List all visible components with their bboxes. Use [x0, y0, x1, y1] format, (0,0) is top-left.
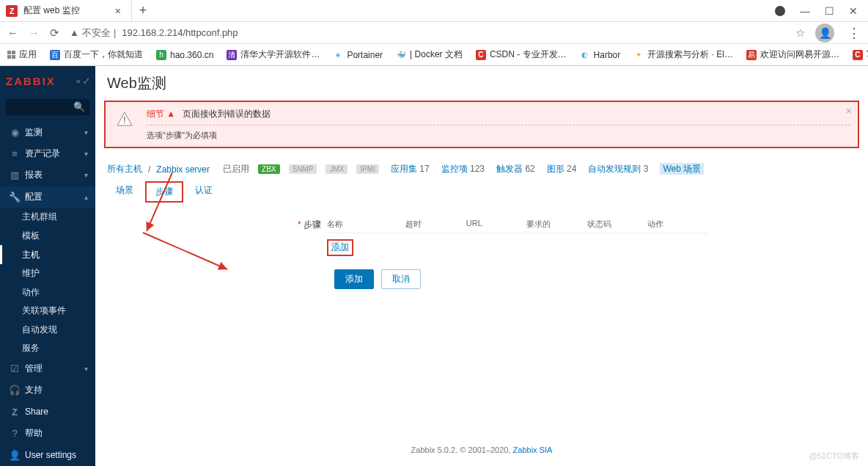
logo: ZABBIX	[6, 75, 56, 87]
url-text: 192.168.2.214/httpconf.php	[122, 27, 238, 38]
browser-tab-strip: Z 配置 web 监控 × + — ☐ ✕	[0, 0, 868, 22]
headset-icon: 🎧	[7, 385, 22, 396]
search-icon[interactable]: 🔍	[73, 101, 85, 112]
chart-icon: ▥	[7, 170, 22, 181]
chevron-down-icon: ▾	[84, 171, 88, 179]
steps-label: * 步骤	[107, 219, 327, 256]
tab-scenario[interactable]: 场景	[107, 181, 142, 203]
status-enabled: 已启用	[223, 163, 249, 175]
nav-back-icon[interactable]: ←	[7, 26, 18, 39]
bookmark-item[interactable]: hhao.360.cn	[156, 50, 213, 60]
add-step-link[interactable]: 添加	[327, 239, 353, 256]
bookmark-item[interactable]: 百百度一下，你就知道	[50, 48, 143, 61]
footer: Zabbix 5.0.2. © 2001–2020, Zabbix SIA	[107, 431, 856, 462]
col-action: 动作	[647, 219, 708, 230]
apps-icon	[7, 51, 15, 59]
link-items[interactable]: 监控项	[441, 164, 468, 174]
nav-item-share[interactable]: ZShare	[0, 401, 95, 423]
breadcrumb-all-hosts[interactable]: 所有主机	[107, 164, 142, 174]
chevron-up-icon: ▴	[84, 193, 88, 201]
sub-item-services[interactable]: 服务	[0, 339, 95, 358]
eye-icon: ◉	[7, 127, 22, 138]
badge-zbx: ZBX	[258, 164, 279, 174]
list-icon: ≡	[7, 148, 22, 159]
chevron-down-icon: ▾	[84, 150, 88, 158]
url-field[interactable]: ▲ 不安全 | 192.168.2.214/httpconf.php	[70, 26, 785, 40]
badge-snmp: SNMP	[289, 164, 317, 174]
nav-forward-icon[interactable]: →	[29, 26, 40, 39]
error-message: × ! 细节 ▲ 页面接收到错误的数据 选项"步骤"为必填项	[104, 101, 859, 148]
steps-table: 名称 超时 URL 要求的 状态码 动作 添加	[327, 219, 708, 256]
nav-item-admin[interactable]: ☑管理▾	[0, 358, 95, 379]
bookmark-star-icon[interactable]: ☆	[795, 26, 805, 40]
error-detail: 选项"步骤"为必填项	[147, 130, 850, 141]
sub-item-templates[interactable]: 模板	[0, 227, 95, 246]
window-maximize-icon[interactable]: ☐	[825, 5, 834, 17]
tab-steps[interactable]: 步骤	[145, 181, 183, 203]
address-bar: ← → ⟳ ▲ 不安全 | 192.168.2.214/httpconf.php…	[0, 22, 868, 44]
new-tab-button[interactable]: +	[132, 3, 154, 18]
nav-item-config[interactable]: 🔧配置▴	[0, 186, 95, 208]
tab-auth[interactable]: 认证	[186, 181, 221, 203]
apps-button[interactable]: 应用	[7, 48, 37, 61]
user-icon: 👤	[7, 450, 22, 461]
nav-item-usersettings[interactable]: 👤User settings	[0, 445, 95, 466]
sidebar-collapse-icon[interactable]: « ⤢	[76, 76, 89, 86]
nav-item-help[interactable]: ?帮助	[0, 423, 95, 444]
bookmark-item[interactable]: 清清华大学开源软件…	[227, 48, 320, 61]
error-title: 页面接收到错误的数据	[183, 109, 271, 119]
warning-icon: !	[113, 108, 136, 131]
wrench-icon: 🔧	[7, 192, 22, 203]
nav-item-inventory[interactable]: ≡资产记录▾	[0, 143, 95, 164]
breadcrumb: 所有主机 / Zabbix server 已启用 ZBX SNMP JMX IP…	[107, 163, 856, 175]
tab-title: 配置 web 监控	[23, 4, 112, 17]
bookmark-item[interactable]: ✦开源搜索与分析 · El…	[633, 48, 733, 61]
close-error-icon[interactable]: ×	[846, 105, 852, 117]
footer-link[interactable]: Zabbix SIA	[513, 445, 553, 454]
link-web-scenarios[interactable]: Web 场景	[660, 163, 704, 175]
tabs: 场景 步骤 认证	[107, 181, 856, 203]
nav-reload-icon[interactable]: ⟳	[50, 26, 59, 40]
bookmarks-bar: 应用 百百度一下，你就知道 hhao.360.cn 清清华大学开源软件… ⎈Po…	[0, 44, 868, 66]
link-graphs[interactable]: 图形	[547, 164, 564, 174]
insecure-icon: ▲ 不安全 |	[70, 26, 116, 40]
link-applications[interactable]: 应用集	[391, 164, 417, 174]
content: Web监测 × ! 细节 ▲ 页面接收到错误的数据 选项"步骤"为必填项 所有主…	[95, 66, 868, 466]
window-close-icon[interactable]: ✕	[849, 5, 858, 17]
help-icon: ?	[7, 428, 22, 439]
browser-menu-icon[interactable]: ⋮	[847, 25, 861, 41]
bookmark-item[interactable]: 🐳| Docker 文档	[396, 48, 463, 61]
nav-item-monitor[interactable]: ◉监测▾	[0, 121, 95, 142]
cancel-button[interactable]: 取消	[381, 269, 421, 289]
bookmark-item[interactable]: C写文章-CSDN博客	[853, 48, 868, 61]
watermark: @51CTO博客	[809, 451, 859, 462]
gear-icon: ☑	[7, 363, 22, 374]
share-icon: Z	[7, 407, 22, 418]
favicon-icon: Z	[6, 5, 18, 17]
profile-avatar-icon[interactable]: 👤	[815, 23, 834, 43]
sub-item-actions[interactable]: 动作	[0, 283, 95, 302]
sub-item-maintenance[interactable]: 维护	[0, 264, 95, 283]
close-tab-icon[interactable]: ×	[112, 5, 124, 17]
bookmark-item[interactable]: ◐Harbor	[580, 50, 621, 60]
badge-ipmi: IPMI	[356, 164, 379, 174]
chevron-down-icon: ▾	[84, 128, 88, 136]
sub-item-discovery[interactable]: 自动发现	[0, 320, 95, 339]
link-discovery[interactable]: 自动发现规则	[588, 164, 641, 174]
nav-item-reports[interactable]: ▥报表▾	[0, 164, 95, 186]
add-button[interactable]: 添加	[334, 269, 374, 289]
bookmark-item[interactable]: CCSDN - 专业开发…	[476, 48, 567, 61]
breadcrumb-host[interactable]: Zabbix server	[156, 164, 210, 175]
sub-item-hosts[interactable]: 主机	[0, 245, 95, 264]
col-status: 状态码	[587, 219, 648, 230]
window-minimize-icon[interactable]: —	[800, 5, 810, 17]
bookmark-item[interactable]: 易欢迎访问网易开源…	[746, 48, 839, 61]
svg-text:!: !	[123, 115, 125, 125]
sub-item-correlation[interactable]: 关联项事件	[0, 302, 95, 321]
error-detail-toggle[interactable]: 细节 ▲	[147, 109, 175, 119]
nav-item-support[interactable]: 🎧支持	[0, 379, 95, 401]
bookmark-item[interactable]: ⎈Portainer	[333, 50, 383, 60]
sub-item-hostgroups[interactable]: 主机群组	[0, 208, 95, 227]
browser-tab[interactable]: Z 配置 web 监控 ×	[0, 0, 132, 22]
link-triggers[interactable]: 触发器	[496, 164, 523, 174]
